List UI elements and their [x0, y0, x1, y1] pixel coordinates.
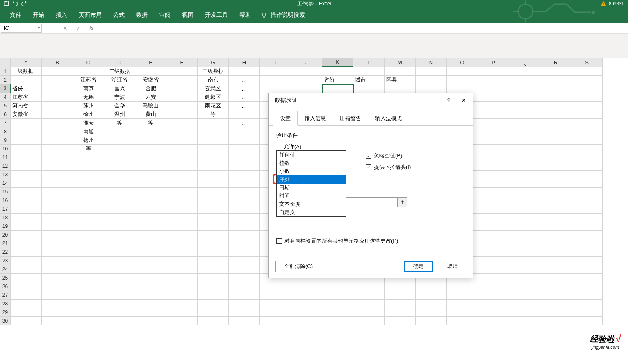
cell[interactable]	[447, 291, 478, 300]
cell[interactable]	[478, 308, 509, 317]
cell[interactable]: 等	[73, 145, 104, 153]
cell[interactable]	[73, 308, 104, 317]
cell[interactable]	[540, 300, 571, 308]
cell[interactable]	[135, 205, 166, 214]
cell[interactable]: 南京	[198, 76, 229, 84]
cell[interactable]	[229, 239, 260, 248]
cell[interactable]	[11, 119, 42, 127]
row-header[interactable]: 24	[0, 265, 11, 274]
cell[interactable]	[509, 205, 540, 214]
ignore-blank-checkbox[interactable]: ✓	[366, 153, 371, 159]
cell[interactable]	[229, 274, 260, 282]
dropdown-option[interactable]: 时间	[277, 192, 346, 200]
cell[interactable]	[135, 231, 166, 239]
cell[interactable]	[509, 84, 540, 93]
cell[interactable]	[198, 282, 229, 291]
cell[interactable]	[42, 127, 73, 136]
cell[interactable]	[571, 84, 603, 93]
cell[interactable]	[291, 282, 322, 291]
cell[interactable]	[571, 179, 603, 188]
cell[interactable]	[478, 274, 509, 282]
col-header-E[interactable]: E	[135, 58, 166, 67]
cell[interactable]	[478, 282, 509, 291]
cell[interactable]: 无锡	[73, 93, 104, 102]
cell[interactable]	[447, 76, 478, 84]
row-header[interactable]: 2	[0, 76, 11, 84]
cell[interactable]: 嘉兴	[104, 84, 135, 93]
cell[interactable]	[291, 308, 322, 317]
cell[interactable]	[478, 239, 509, 248]
col-header-L[interactable]: L	[353, 58, 385, 67]
cell[interactable]	[540, 153, 571, 162]
cell[interactable]	[447, 84, 478, 93]
cell[interactable]: …	[229, 102, 260, 110]
cell[interactable]	[104, 248, 135, 257]
tell-me-label[interactable]: 操作说明搜索	[271, 11, 305, 19]
cell[interactable]	[478, 145, 509, 153]
col-header-C[interactable]: C	[73, 58, 104, 67]
cell[interactable]	[540, 274, 571, 282]
cell[interactable]: 等	[104, 119, 135, 127]
cell[interactable]	[73, 265, 104, 274]
cell[interactable]	[509, 145, 540, 153]
cell[interactable]	[135, 274, 166, 282]
cell[interactable]	[416, 282, 447, 291]
cell[interactable]	[540, 110, 571, 119]
cell[interactable]	[73, 205, 104, 214]
cell[interactable]	[385, 291, 416, 300]
cell[interactable]: 合肥	[135, 84, 166, 93]
cell[interactable]	[104, 231, 135, 239]
cell[interactable]	[42, 317, 73, 325]
cell[interactable]	[104, 145, 135, 153]
cell[interactable]	[166, 127, 198, 136]
cell[interactable]	[42, 136, 73, 145]
cell[interactable]	[42, 93, 73, 102]
redo-icon[interactable]	[21, 0, 27, 7]
cell[interactable]	[353, 291, 385, 300]
cell[interactable]	[353, 84, 385, 93]
cell[interactable]: 扬州	[73, 136, 104, 145]
cell[interactable]: …	[229, 76, 260, 84]
cell[interactable]	[478, 222, 509, 231]
cell[interactable]	[229, 282, 260, 291]
cell[interactable]	[385, 317, 416, 325]
cell[interactable]	[73, 239, 104, 248]
cell[interactable]	[571, 308, 603, 317]
cell[interactable]	[135, 67, 166, 76]
cell[interactable]	[166, 274, 198, 282]
cell[interactable]	[229, 153, 260, 162]
cell[interactable]	[198, 222, 229, 231]
cell[interactable]	[478, 179, 509, 188]
row-header[interactable]: 18	[0, 214, 11, 222]
cell[interactable]	[353, 300, 385, 308]
cell[interactable]	[73, 214, 104, 222]
cell[interactable]	[571, 317, 603, 325]
cell[interactable]: 安徽省	[11, 110, 42, 119]
range-select-button[interactable]	[397, 198, 407, 207]
cell[interactable]	[571, 265, 603, 274]
cell[interactable]	[509, 76, 540, 84]
cell[interactable]	[42, 67, 73, 76]
cell[interactable]	[478, 214, 509, 222]
cell[interactable]	[478, 196, 509, 205]
cell[interactable]	[478, 93, 509, 102]
cell[interactable]	[229, 291, 260, 300]
cell[interactable]	[135, 317, 166, 325]
cell[interactable]	[166, 119, 198, 127]
cell[interactable]	[229, 145, 260, 153]
cell[interactable]	[198, 205, 229, 214]
col-header-P[interactable]: P	[478, 58, 509, 67]
cell[interactable]: 马鞍山	[135, 102, 166, 110]
cell[interactable]	[11, 153, 42, 162]
cell[interactable]	[509, 308, 540, 317]
cell[interactable]	[478, 205, 509, 214]
tab-help[interactable]: 帮助	[234, 8, 257, 22]
cell[interactable]	[229, 127, 260, 136]
cell[interactable]	[198, 145, 229, 153]
cell[interactable]	[135, 145, 166, 153]
cell[interactable]	[166, 84, 198, 93]
cell[interactable]	[478, 76, 509, 84]
cell[interactable]	[260, 76, 291, 84]
cell[interactable]	[416, 76, 447, 84]
cell[interactable]	[385, 300, 416, 308]
